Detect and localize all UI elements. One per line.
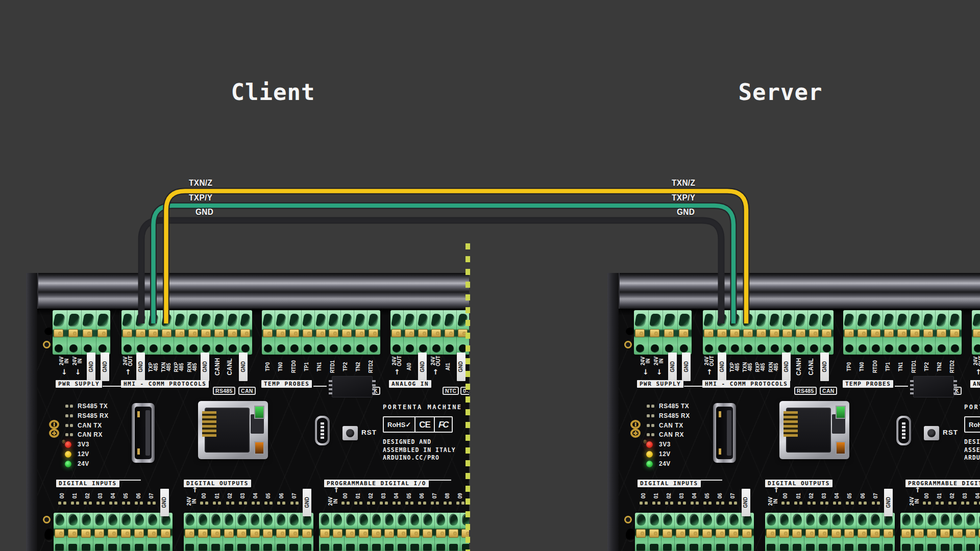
terminal-slot — [716, 310, 729, 355]
status-led-yellow — [65, 451, 71, 458]
pin-led — [825, 502, 828, 505]
screw — [624, 341, 632, 348]
terminal-slot — [302, 310, 315, 355]
pin-arrow-up-icon: ↑ — [125, 368, 131, 376]
pin-led — [252, 502, 255, 505]
gnd-wire-label-right: GND — [677, 208, 695, 217]
section-line — [103, 386, 139, 387]
terminal-slot — [120, 513, 133, 551]
terminal-slot — [648, 513, 662, 551]
terminal-slot — [795, 310, 808, 355]
terminal-block — [54, 513, 173, 551]
led-label: 24V — [78, 460, 89, 467]
terminal-clip — [329, 329, 338, 337]
terminal-clip — [436, 529, 446, 538]
pin-led — [244, 502, 247, 505]
pin-led — [652, 502, 655, 505]
terminal-slot — [187, 310, 201, 355]
led-label: CAN TX — [78, 422, 102, 429]
terminal-slot — [791, 513, 804, 551]
micro-usb-pins — [321, 422, 324, 439]
usb-contact — [719, 411, 721, 417]
brand-title: PORTENTA MACHINE — [383, 404, 462, 411]
pin-led — [114, 502, 117, 505]
pin-led — [436, 502, 439, 505]
pin-led — [205, 502, 208, 505]
pin-led — [341, 502, 345, 505]
terminal-slot — [53, 310, 67, 355]
pin-led — [456, 502, 459, 505]
status-led-off — [651, 414, 654, 417]
terminal-slot — [430, 310, 444, 355]
terminal-slot — [146, 513, 160, 551]
terminal-clip — [201, 329, 211, 337]
terminal-slot — [755, 310, 769, 355]
ethernet-led-amber — [254, 441, 264, 455]
terminal-clip — [303, 329, 312, 337]
pin-led — [645, 502, 648, 505]
section-line — [684, 386, 721, 387]
terminal-slot — [96, 310, 111, 355]
terminal-slot — [703, 310, 716, 355]
made-in-text: DESIGNED AND ASSEMBLED IN ITALY ARDUINO.… — [964, 438, 980, 462]
terminal-slot — [715, 513, 728, 551]
status-led-off — [65, 424, 68, 427]
terminal-clip — [923, 329, 933, 337]
badge-can: CAN — [238, 387, 256, 395]
led-label: 3V3 — [78, 441, 89, 448]
section-label: TEMP PROBES — [261, 380, 312, 388]
led-label: CAN TX — [659, 422, 683, 429]
pin-led — [398, 502, 401, 505]
status-led-off — [70, 433, 73, 436]
terminal-clip — [742, 529, 752, 538]
status-led-off — [70, 414, 73, 417]
usb-contact — [719, 448, 721, 455]
terminal-clip — [240, 329, 250, 337]
terminal-slot — [409, 513, 422, 551]
terminal-clip — [185, 529, 194, 538]
terminal-slot — [778, 513, 792, 551]
terminal-clip — [756, 329, 766, 337]
terminal-clip — [134, 529, 144, 538]
terminal-clip — [81, 529, 91, 538]
cert-label: RoHS✓ — [965, 417, 980, 432]
terminal-slot — [896, 310, 910, 355]
terminal-block — [972, 310, 980, 355]
terminal-slot — [288, 310, 302, 355]
terminal-clip — [809, 329, 819, 337]
usb-port — [713, 403, 736, 463]
status-led-off — [651, 424, 654, 427]
terminal-slot — [821, 310, 834, 355]
led-label: CAN RX — [78, 431, 103, 438]
terminal-slot — [390, 310, 404, 355]
terminal-clip — [391, 329, 401, 337]
terminal-clip — [289, 529, 299, 538]
pin-led — [851, 502, 854, 505]
reset-button — [342, 426, 358, 440]
pin-led — [787, 502, 790, 505]
terminal-slot — [107, 513, 120, 551]
terminal-slot — [368, 310, 380, 355]
mount-hole — [44, 529, 54, 542]
status-led-off — [70, 405, 73, 408]
terminal-slot — [358, 513, 371, 551]
terminal-slot — [977, 513, 980, 551]
pin-led — [691, 502, 694, 505]
pin-strip — [136, 353, 145, 381]
terminal-clip — [796, 329, 805, 337]
pin-led — [264, 502, 267, 505]
terminal-clip — [342, 329, 352, 337]
terminal-clip — [650, 329, 659, 337]
terminal-slot — [926, 513, 939, 551]
pin-led — [270, 502, 273, 505]
terminal-clip — [276, 329, 286, 337]
pin-led — [122, 502, 125, 505]
terminal-clip — [782, 329, 792, 337]
terminal-block — [184, 513, 313, 551]
pin-led — [148, 502, 151, 505]
status-led-off — [647, 424, 650, 427]
led-label: 12V — [78, 450, 89, 458]
pin-arrow-down-icon: ↓ — [75, 368, 81, 376]
terminal-clip — [871, 329, 880, 337]
pin-strip — [742, 489, 750, 516]
